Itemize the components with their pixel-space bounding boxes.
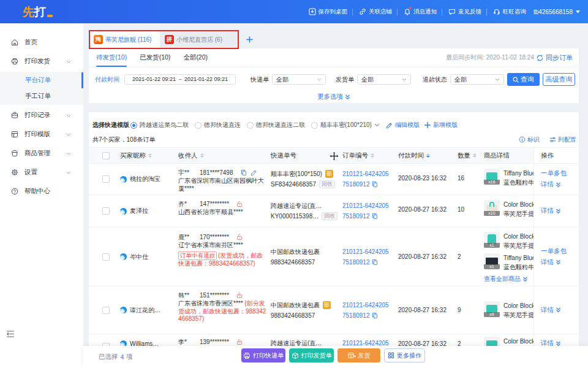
sidebar-item-print-templates[interactable]: 打印模版 bbox=[0, 126, 83, 143]
mark-button[interactable]: 标识 bbox=[519, 136, 540, 144]
row-checkbox[interactable] bbox=[102, 207, 110, 215]
order-no-link[interactable]: 210121-6424205 bbox=[342, 300, 389, 310]
row-checkbox[interactable] bbox=[102, 253, 110, 261]
order-no-link[interactable]: 210121-6424205 bbox=[342, 247, 389, 257]
order-no-link[interactable]: 75180912 bbox=[342, 257, 370, 267]
copy-icon[interactable] bbox=[372, 312, 378, 319]
lock-icon[interactable] bbox=[236, 292, 243, 299]
shop-tab-pinduoduo[interactable]: 拼 小维尼直营店 (6) bbox=[160, 31, 238, 48]
refund-select[interactable]: 全部 bbox=[450, 74, 504, 85]
multi-package-link[interactable]: 一单多包 bbox=[541, 247, 579, 256]
sort-icon[interactable] bbox=[371, 153, 374, 158]
pay-time-range-input[interactable]: 2021-01-22 09:21 － 2021-01-22 09:21 bbox=[124, 74, 236, 85]
edit-template-button[interactable]: 编辑模版 bbox=[386, 121, 420, 129]
col-pay-time[interactable]: 付款时间 bbox=[397, 148, 452, 163]
print-express-button[interactable]: 打印快递单 bbox=[241, 348, 285, 362]
product-thumbnail: x16 bbox=[484, 169, 500, 185]
account-menu[interactable]: tb4265668158 bbox=[533, 9, 580, 15]
col-order-no[interactable]: 订单编号 bbox=[340, 148, 397, 163]
print-shiplist-button[interactable]: 打印发货单 bbox=[289, 348, 334, 362]
express-select[interactable]: 全部 bbox=[272, 74, 326, 85]
express-number: 9883424668357 bbox=[271, 257, 315, 267]
buyer-cell: 谭江花的… bbox=[113, 286, 178, 334]
advanced-query-button[interactable]: 高级查询 bbox=[543, 73, 575, 86]
tab-pending-ship[interactable]: 待发货(10) bbox=[96, 48, 127, 67]
more-options-toggle[interactable]: 更多选项 bbox=[89, 91, 579, 102]
pay-time-cell: 2020-08-23 16:32 bbox=[397, 164, 452, 194]
sort-icon[interactable] bbox=[473, 153, 477, 158]
sort-icon[interactable] bbox=[148, 153, 152, 158]
sidebar-collapse-button[interactable] bbox=[7, 331, 14, 337]
ship-select[interactable]: 全部 bbox=[357, 74, 411, 85]
template-option-shunfeng[interactable]: 顺丰丰密(100*210) bbox=[311, 121, 380, 129]
tab-shipped[interactable]: 已发货(10) bbox=[140, 48, 170, 67]
wangwang-avatar-icon bbox=[120, 208, 127, 215]
detail-link[interactable]: 详情 bbox=[541, 207, 579, 215]
detail-link[interactable]: 详情 bbox=[541, 180, 579, 189]
save-to-desktop-button[interactable]: 保存到桌面 bbox=[309, 8, 348, 16]
template-option-kuayue[interactable]: 跨越速运菜鸟二联 bbox=[130, 121, 189, 129]
recycle-badge[interactable]: 回收 bbox=[322, 212, 337, 220]
receiver-cell: 齐* 147******** 山西省长治市平顺县**** bbox=[178, 195, 268, 227]
feedback-button[interactable]: 意见反馈 bbox=[448, 8, 481, 16]
sidebar-item-manual-orders[interactable]: 手工订单 bbox=[0, 88, 83, 104]
col-qty[interactable]: 数量 bbox=[452, 148, 478, 163]
more-actions-button[interactable]: 更多操作 bbox=[384, 348, 425, 362]
order-no-link[interactable]: 75180912 bbox=[342, 179, 370, 190]
copy-icon[interactable] bbox=[372, 213, 378, 220]
multi-package-link[interactable]: 一单多包 bbox=[541, 169, 579, 178]
copy-icon[interactable] bbox=[372, 259, 378, 266]
sidebar-item-goods[interactable]: 商品管理 bbox=[0, 145, 83, 162]
express-filter-label: 快递单 bbox=[251, 75, 269, 84]
product-count-badge: x9 bbox=[484, 312, 500, 317]
select-all-checkbox[interactable] bbox=[102, 152, 110, 159]
sidebar-item-platform-orders[interactable]: 平台订单 bbox=[0, 72, 83, 88]
copy-icon[interactable] bbox=[372, 181, 378, 188]
shop-tab-taobao-label: 蒂芙尼旗舰 (116) bbox=[105, 36, 151, 44]
column-config-button[interactable]: 列配置 bbox=[549, 136, 576, 144]
sidebar-item-print-ship[interactable]: 打印发货 bbox=[0, 53, 83, 70]
product-count-badge: x1 bbox=[484, 243, 500, 248]
sidebar-item-help[interactable]: 帮助中心 bbox=[0, 183, 83, 200]
order-no-link[interactable]: 210121-6424205 bbox=[342, 201, 389, 211]
lock-icon[interactable] bbox=[236, 234, 243, 240]
detail-link[interactable]: 详情 bbox=[541, 306, 579, 315]
sort-icon[interactable] bbox=[200, 153, 204, 158]
ship-button[interactable]: 发货 bbox=[337, 348, 380, 362]
sidebar-item-settings-label: 设置 bbox=[24, 168, 37, 177]
link-shop-button[interactable]: 关联店铺 bbox=[359, 8, 392, 16]
wangwang-consult-button[interactable]: 旺旺咨询 bbox=[493, 8, 526, 16]
double-chevron-down-icon bbox=[556, 182, 561, 188]
edit-icon[interactable] bbox=[251, 169, 257, 176]
query-button[interactable]: 查询 bbox=[507, 73, 540, 86]
template-option-debang2[interactable]: 德邦快递直连二联 bbox=[247, 121, 305, 129]
sidebar-item-settings[interactable]: 设置 bbox=[0, 164, 83, 181]
filter-row: 付款时间 2021-01-22 09:21 － 2021-01-22 09:21… bbox=[89, 67, 579, 91]
lock-icon[interactable] bbox=[236, 201, 243, 207]
see-all-products-link[interactable]: 查看全部商品 bbox=[484, 275, 533, 283]
template-option-debang[interactable]: 德邦快递直连 bbox=[195, 121, 241, 129]
notifications-button[interactable]: 消息通知 bbox=[404, 8, 437, 16]
row-checkbox[interactable] bbox=[102, 175, 110, 183]
row-checkbox[interactable] bbox=[102, 307, 110, 314]
col-receiver[interactable]: 收件人 bbox=[178, 148, 268, 163]
add-template-button[interactable]: 新增模版 bbox=[424, 121, 458, 129]
tab-all[interactable]: 全部(20) bbox=[183, 48, 208, 67]
logo-char-2: 打 bbox=[34, 6, 46, 18]
col-buyer[interactable]: 买家昵称 bbox=[113, 148, 178, 163]
lock-icon[interactable] bbox=[236, 339, 243, 345]
sidebar-item-print-records[interactable]: 打印记录 bbox=[0, 107, 83, 124]
recycle-badge[interactable]: 回收 bbox=[319, 180, 335, 188]
order-no-link[interactable]: 75180912 bbox=[342, 211, 370, 221]
detail-link[interactable]: 详情 bbox=[541, 258, 579, 267]
order-no-link[interactable]: 75180912 bbox=[342, 310, 370, 321]
shop-tab-taobao[interactable]: 淘 蒂芙尼旗舰 (116) bbox=[89, 31, 160, 48]
sync-orders-button[interactable]: 同步订单 bbox=[537, 53, 573, 63]
pay-time-filter-label[interactable]: 付款时间 bbox=[95, 75, 119, 84]
order-no-link[interactable]: 210121-6424205 bbox=[342, 169, 389, 179]
add-shop-button[interactable] bbox=[245, 31, 254, 48]
sort-icon[interactable] bbox=[426, 153, 430, 158]
receiver-address: 山西省长治市平顺县**** bbox=[178, 209, 268, 217]
copy-icon[interactable] bbox=[241, 169, 247, 176]
sidebar-item-home[interactable]: 首页 bbox=[0, 34, 83, 51]
